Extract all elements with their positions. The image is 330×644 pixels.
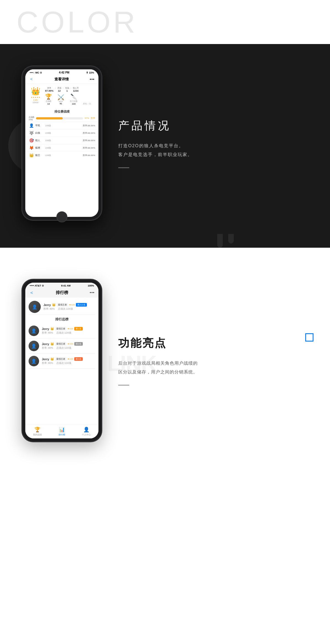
dark-desc-line2: 客户是电竞选手，前半职业玩家。 bbox=[118, 152, 193, 157]
role-name-0: 平民 bbox=[35, 124, 43, 127]
slash-val: 133 bbox=[72, 103, 75, 105]
back-button-1[interactable]: ＜ bbox=[29, 76, 34, 82]
winrate-label: 胜率 bbox=[45, 87, 54, 89]
watermark-text: LINK bbox=[107, 353, 156, 375]
ranking-item-1: 👤 Jerry 👑 最强王者 ★X20 第2名 胜率: 80% 总场次:124场 bbox=[29, 339, 95, 354]
divider-2: | bbox=[63, 87, 64, 92]
star-5: ★ bbox=[38, 96, 40, 99]
drip-1 bbox=[217, 234, 223, 248]
crown-area: 👑 ★ ★ ★ ★ ★ 王者V 10\400 bbox=[29, 87, 42, 100]
status-center-1: 4:42 PM bbox=[59, 71, 69, 74]
rank-avatar-face-1: 👤 bbox=[29, 341, 39, 351]
p2-status-center: 9:41 AM bbox=[61, 284, 70, 287]
role-icon-4: 👑 bbox=[29, 153, 34, 157]
role-icon-2: 🎯 bbox=[29, 138, 34, 143]
tab-profile[interactable]: 👤 个人中心 bbox=[74, 427, 98, 436]
role-icon-1: 🐺 bbox=[29, 131, 34, 135]
win-label: 胜率 bbox=[91, 117, 95, 120]
role-games-4: 199场 bbox=[45, 154, 83, 157]
slash-rank: 🔪 首刀次数 133 bbox=[70, 93, 78, 105]
top-user-sub: 胜率: 80% 总场次:124场 bbox=[43, 307, 95, 311]
rank-badge-1: 最强王者 bbox=[55, 342, 66, 346]
stats-top-row: 胜率 87.99% | 胜场 12 | 负场 bbox=[45, 87, 95, 92]
ranking-section-title: 排行总榜 bbox=[29, 315, 95, 323]
rank-games-2: 总场次:124场 bbox=[56, 361, 71, 365]
logo-text: COLOR bbox=[16, 7, 138, 37]
mvp-label: MVP bbox=[59, 100, 63, 102]
white-divider bbox=[118, 385, 129, 386]
blue-square-decoration bbox=[305, 333, 314, 342]
tab-my-records[interactable]: 🏆 我的战绩 bbox=[25, 427, 50, 436]
rank-sub: 10\400 bbox=[29, 102, 42, 103]
p2-more-btn[interactable]: ••• bbox=[90, 290, 95, 295]
p2-back-btn[interactable]: ＜ bbox=[29, 289, 34, 296]
rank-winrate-2: 胜率: 80% bbox=[42, 361, 53, 365]
rank-avatar-2: 👤 bbox=[29, 356, 39, 366]
rank-crown-icon-1: 👑 bbox=[50, 342, 54, 346]
tab-ranking[interactable]: 📊 排行榜 bbox=[50, 427, 74, 436]
lose-val: 1 bbox=[65, 89, 69, 92]
top-user-section: 👤 Jerry 👑 最强王者 ★X20 第213名 胜率: 8 bbox=[29, 298, 95, 315]
mvp-icon: ⚔️ bbox=[57, 94, 64, 100]
status-bar-1: ••••○ MC ⊙ 4:42 PM ⬆ 22% bbox=[25, 69, 98, 75]
stars-row: ★ ★ ★ ★ ★ bbox=[29, 96, 42, 99]
role-icon-0: 👤 bbox=[29, 123, 34, 128]
rank-number: 排名：11 bbox=[83, 102, 91, 105]
dark-section: ••••○ MC ⊙ 4:42 PM ⬆ 22% ＜ 查看详情 ••• 👑 bbox=[0, 44, 330, 248]
role-games-1: 199场 bbox=[45, 132, 83, 135]
rank-x20-2: ★X20 bbox=[67, 358, 73, 360]
more-button-1[interactable]: ••• bbox=[90, 77, 95, 81]
role-name-3: 狐狸 bbox=[35, 146, 43, 150]
rank-badge-0: 最强王者 bbox=[55, 327, 66, 331]
winrate-val: 87.99% bbox=[45, 89, 54, 92]
rank-x20-0: ★X20 bbox=[67, 328, 73, 330]
rank-games-1: 总场次:124场 bbox=[56, 346, 71, 350]
rank-icons-row: 🏆 总场数 13 ⚔️ MVP 91 🔪 bbox=[45, 93, 95, 105]
rank-tag-2: 第3名 bbox=[74, 357, 82, 361]
role-rate-2: 胜率:88.66% bbox=[83, 139, 95, 142]
total-val: 12 bbox=[57, 89, 61, 92]
top-user-name: Jerry bbox=[43, 303, 51, 307]
home-button-1[interactable] bbox=[56, 211, 67, 222]
role-rate-3: 胜率:88.66% bbox=[83, 146, 95, 149]
top-user-info: Jerry 👑 最强王者 ★X20 第213名 胜率: 80% 总场次:124场 bbox=[43, 303, 95, 311]
rank-avatar-face-2: 👤 bbox=[29, 356, 39, 366]
rank-sub-0: 胜率: 80% 总场次:124场 bbox=[42, 331, 95, 335]
role-list: 👤 平民 199场 胜率:88.66% 🐺 白狼 199场 胜率:88.66% … bbox=[25, 122, 98, 217]
role-item: 👑 狼王 199场 胜率:88.66% bbox=[25, 151, 98, 159]
rank-name-row-0: Jerry 👑 最强王者 ★X20 第1名 bbox=[42, 327, 95, 331]
stat-coin: 狼人币 1234 bbox=[73, 87, 79, 92]
rank-info-1: Jerry 👑 最强王者 ★X20 第2名 胜率: 80% 总场次:124场 bbox=[42, 342, 95, 350]
mvp-val: 91 bbox=[60, 102, 62, 105]
crown-icon: 👑 bbox=[29, 87, 42, 96]
ranking-item-2: 👤 Jerry 👑 最强王者 ★X20 第3名 胜率: 80% 总场次:124场 bbox=[29, 354, 95, 369]
rank-name-2: Jerry bbox=[42, 358, 49, 361]
rank-user-row-0: 👤 Jerry 👑 最强王者 ★X20 第1名 胜率: 80% 总场次:124场 bbox=[29, 326, 95, 336]
phone-mockup-2: ••••• AT&T ⊙ 9:41 AM 100% ＜ 排行榜 ••• 👤 bbox=[22, 279, 102, 442]
avatar-face-top: 👤 bbox=[29, 301, 41, 313]
p2-status-right: 100% bbox=[88, 284, 94, 287]
role-item: 👤 平民 199场 胜率:88.66% bbox=[25, 122, 98, 129]
slash-icon: 🔪 bbox=[70, 93, 77, 100]
stat-winrate: 胜率 87.99% bbox=[45, 87, 54, 92]
stat-lose: 负场 1 bbox=[65, 87, 69, 92]
rank-user-row-2: 👤 Jerry 👑 最强王者 ★X20 第3名 胜率: 80% 总场次:124场 bbox=[29, 356, 95, 366]
nav-bar-1: ＜ 查看详情 ••• bbox=[25, 75, 98, 84]
rank-user-row-1: 👤 Jerry 👑 最强王者 ★X20 第2名 胜率: 80% 总场次:124场 bbox=[29, 341, 95, 351]
role-item: 🐺 白狼 199场 胜率:88.66% bbox=[25, 129, 98, 137]
p2-status-left: ••••• AT&T ⊙ bbox=[30, 284, 44, 287]
phone-screen-1: ••••○ MC ⊙ 4:42 PM ⬆ 22% ＜ 查看详情 ••• 👑 bbox=[25, 69, 98, 217]
dark-text-area: 产品情况 打造O2O的狼人杀电竞平台。 客户是电竞选手，前半职业玩家。 bbox=[118, 107, 330, 179]
rank-crown-icon-0: 👑 bbox=[50, 327, 54, 331]
rank-label: 王者V bbox=[29, 99, 42, 102]
rank-avatar-0: 👤 bbox=[29, 326, 39, 336]
rank-sub-2: 胜率: 80% 总场次:124场 bbox=[42, 361, 95, 365]
top-user-tag: 第213名 bbox=[76, 303, 87, 307]
trophy-icon: 🏆 bbox=[45, 93, 52, 100]
ranking-item-0: 👤 Jerry 👑 最强王者 ★X20 第1名 胜率: 80% 总场次:124场 bbox=[29, 323, 95, 339]
progress-section: 总场数 3782 57% 胜率 bbox=[25, 115, 98, 122]
tab-bar: 🏆 我的战绩 📊 排行榜 👤 个人中心 bbox=[25, 425, 98, 438]
stat-total: 胜场 12 bbox=[57, 87, 61, 92]
tab-ranking-label: 排行榜 bbox=[59, 433, 65, 436]
total-games-label: 总场数 bbox=[46, 100, 51, 103]
